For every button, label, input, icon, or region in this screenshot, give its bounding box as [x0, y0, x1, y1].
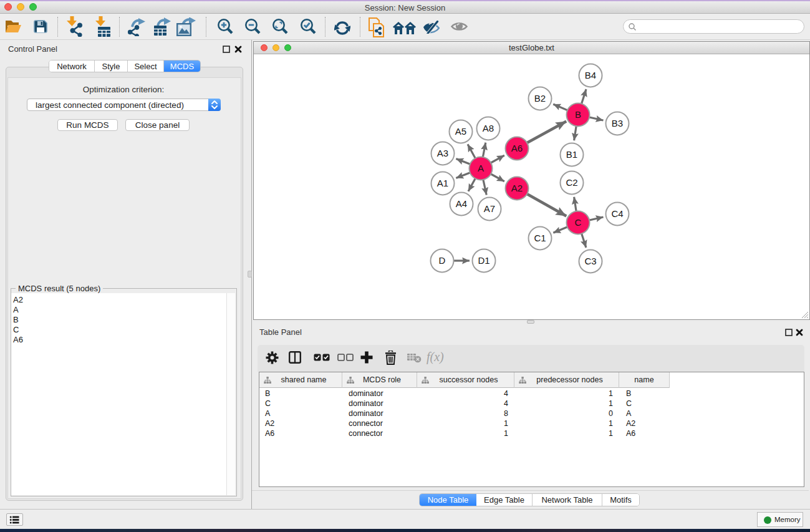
svg-text:A8: A8 — [483, 123, 494, 133]
svg-text:C2: C2 — [566, 177, 577, 188]
svg-text:B1: B1 — [566, 149, 577, 160]
svg-text:C3: C3 — [584, 256, 596, 266]
svg-text:B3: B3 — [612, 118, 623, 128]
svg-text:B2: B2 — [534, 93, 546, 104]
svg-text:C4: C4 — [611, 208, 623, 219]
svg-text:A4: A4 — [456, 198, 467, 209]
svg-text:D1: D1 — [478, 255, 489, 266]
svg-text:C1: C1 — [534, 233, 546, 243]
svg-text:D: D — [439, 255, 446, 266]
svg-text:B4: B4 — [585, 70, 596, 80]
svg-text:B: B — [575, 109, 581, 120]
svg-text:A7: A7 — [484, 203, 495, 214]
svg-text:A: A — [478, 163, 484, 173]
svg-text:A2: A2 — [511, 183, 523, 193]
svg-text:A6: A6 — [511, 143, 523, 153]
svg-text:A1: A1 — [437, 178, 448, 188]
svg-text:A5: A5 — [455, 126, 466, 137]
svg-text:C: C — [575, 217, 582, 228]
svg-text:A3: A3 — [437, 148, 448, 158]
